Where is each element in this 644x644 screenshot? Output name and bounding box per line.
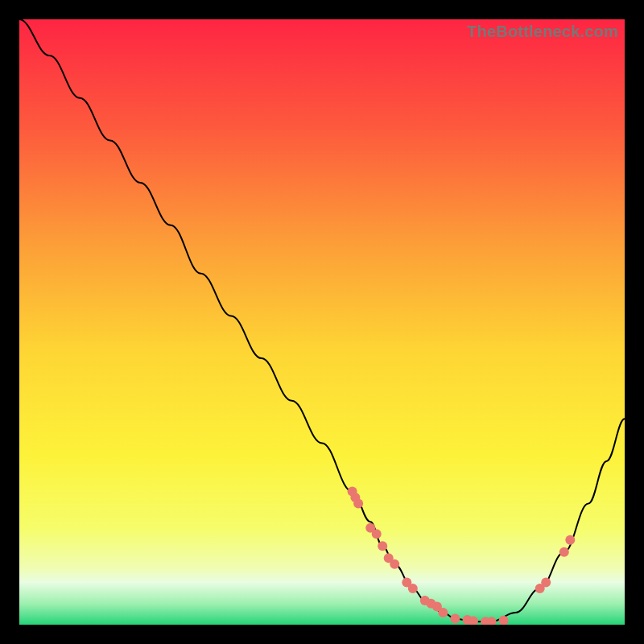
watermark-label: TheBottleneck.com: [467, 23, 618, 41]
chart-frame: TheBottleneck.com: [19, 19, 625, 625]
marker-point: [390, 559, 399, 569]
marker-point: [565, 535, 575, 545]
marker-point: [559, 547, 569, 557]
marker-point: [353, 499, 363, 509]
marker-point: [438, 608, 448, 617]
gradient-background: [19, 19, 625, 625]
marker-point: [372, 529, 382, 539]
marker-point: [450, 614, 460, 624]
marker-point: [408, 584, 418, 593]
marker-point: [378, 541, 387, 551]
marker-point: [541, 577, 551, 587]
bottleneck-plot: [19, 19, 625, 625]
